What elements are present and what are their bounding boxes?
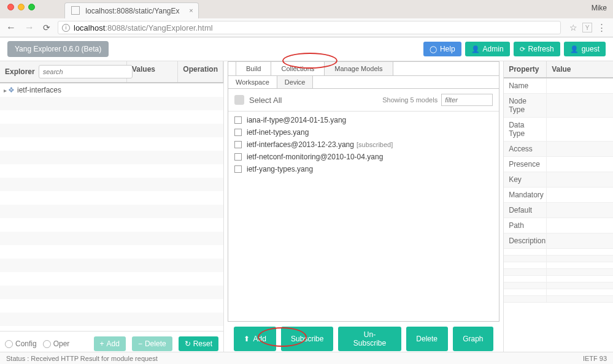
property-value [547, 233, 613, 248]
property-name: Key [504, 172, 547, 187]
model-row[interactable]: iana-if-type@2014-01-15.yang [234, 114, 493, 126]
close-window-icon[interactable] [7, 4, 14, 10]
model-list: iana-if-type@2014-01-15.yang ietf-inet-t… [228, 112, 499, 321]
property-row: Name [504, 78, 613, 94]
upload-icon: ⬆ [244, 335, 250, 343]
property-row: Presence [504, 157, 613, 172]
extension-icon[interactable]: Y [582, 23, 592, 32]
select-all-checkbox[interactable] [234, 95, 244, 105]
property-row: Path [504, 218, 613, 233]
col-property: Property [504, 61, 547, 77]
checkbox-icon[interactable] [234, 116, 242, 124]
property-value [547, 157, 613, 172]
url-port: :8088 [105, 23, 125, 32]
tab-collections[interactable]: Collections [271, 62, 325, 75]
property-value [547, 142, 613, 156]
subscribe-button[interactable]: Subscribe [281, 327, 333, 351]
filter-input[interactable] [441, 94, 493, 106]
property-value [547, 203, 613, 218]
help-button[interactable]: ◯Help [423, 42, 461, 56]
property-value [547, 218, 613, 233]
property-row: Node Type [504, 94, 613, 118]
property-name: Data Type [504, 118, 547, 141]
property-row: Description [504, 233, 613, 249]
tab-workspace[interactable]: Workspace [228, 76, 277, 88]
col-operation: Operation [178, 61, 223, 82]
col-explorer: Explorer [5, 67, 35, 76]
property-name: Access [504, 142, 547, 156]
minus-icon: − [138, 339, 142, 348]
property-name: Name [504, 78, 547, 93]
checkbox-icon[interactable] [234, 165, 242, 173]
url-path: /static/YangExplorer.html [125, 23, 213, 32]
status-bar: Status : Received HTTP Result for module… [0, 352, 613, 364]
guest-button[interactable]: 👤guest [564, 42, 606, 56]
forward-icon[interactable]: → [23, 22, 36, 33]
minimize-window-icon[interactable] [18, 4, 25, 10]
graph-button[interactable]: Graph [453, 327, 494, 351]
reload-icon[interactable]: ⟳ [42, 23, 52, 32]
app-header: Yang Explorer 0.6.0 (Beta) ◯Help 👤Admin … [0, 37, 613, 61]
tab-build[interactable]: Build [236, 62, 271, 75]
back-icon[interactable]: ← [5, 22, 17, 33]
model-row[interactable]: ietf-yang-types.yang [234, 163, 493, 175]
user-icon: 👤 [570, 45, 579, 53]
property-row: Key [504, 172, 613, 188]
add-model-button[interactable]: ⬆Add [234, 327, 276, 351]
oper-radio[interactable]: Oper [43, 339, 70, 348]
property-value [547, 94, 613, 117]
tab-title: localhost:8088/static/YangEx [85, 7, 179, 15]
site-info-icon[interactable]: i [62, 24, 70, 32]
property-value [547, 188, 613, 202]
browser-user: Mike [592, 4, 607, 12]
admin-button[interactable]: 👤Admin [465, 42, 510, 56]
status-right: IETF 93 [583, 355, 607, 362]
app-title: Yang Explorer 0.6.0 (Beta) [7, 41, 109, 57]
browser-menu-icon[interactable]: ⋮ [597, 22, 606, 33]
search-input[interactable] [39, 65, 133, 78]
reset-icon: ↻ [185, 339, 191, 348]
property-value [547, 78, 613, 93]
refresh-button[interactable]: ⟳Refresh [514, 42, 560, 56]
config-radio[interactable]: Config [5, 339, 37, 348]
property-value [547, 118, 613, 141]
property-name: Default [504, 203, 547, 218]
property-row: Access [504, 142, 613, 157]
select-all-label: Select All [249, 96, 282, 105]
github-icon: ◯ [430, 45, 437, 53]
model-row[interactable]: ietf-netconf-monitoring@2010-10-04.yang [234, 151, 493, 163]
property-name: Presence [504, 157, 547, 172]
address-bar[interactable]: i localhost:8088/static/YangExplorer.htm… [58, 21, 561, 34]
reset-button[interactable]: ↻Reset [179, 336, 218, 351]
add-button[interactable]: +Add [94, 336, 126, 351]
checkbox-icon[interactable] [234, 141, 242, 148]
model-row[interactable]: ietf-interfaces@2013-12-23.yang[subscrib… [234, 138, 493, 151]
browser-tab[interactable]: localhost:8088/static/YangEx × [64, 2, 199, 18]
col-values: Values [127, 61, 178, 82]
delete-model-button[interactable]: Delete [406, 327, 448, 351]
explorer-panel: Explorer Values Operation ▸ ❖ ietf-inter… [0, 61, 224, 356]
sub-tabs: Workspace Device [228, 76, 499, 89]
unsubscribe-button[interactable]: Un-Subscribe [338, 327, 401, 351]
tab-close-icon[interactable]: × [189, 7, 193, 14]
bookmark-icon[interactable]: ☆ [569, 23, 577, 32]
chevron-right-icon[interactable]: ▸ [4, 87, 7, 94]
checkbox-icon[interactable] [234, 129, 242, 136]
property-row: Default [504, 203, 613, 218]
tab-device[interactable]: Device [277, 76, 314, 88]
property-value [547, 172, 613, 187]
model-row[interactable]: ietf-inet-types.yang [234, 126, 493, 138]
checkbox-icon[interactable] [234, 153, 242, 161]
tree-node[interactable]: ▸ ❖ ietf-interfaces [0, 83, 223, 97]
tree-body: ▸ ❖ ietf-interfaces [0, 83, 223, 331]
refresh-icon: ⟳ [520, 45, 525, 53]
maximize-window-icon[interactable] [28, 4, 35, 10]
tab-manage-models[interactable]: Manage Models [325, 62, 393, 75]
delete-button[interactable]: −Delete [132, 336, 172, 351]
status-text: Status : Received HTTP Result for module… [6, 355, 158, 362]
center-panel: Build Collections Manage Models Workspac… [224, 61, 504, 356]
showing-count: Showing 5 models [382, 96, 438, 104]
browser-chrome: localhost:8088/static/YangEx × Mike ← → … [0, 0, 613, 37]
module-icon: ❖ [8, 86, 15, 94]
col-value: Value [547, 61, 613, 77]
